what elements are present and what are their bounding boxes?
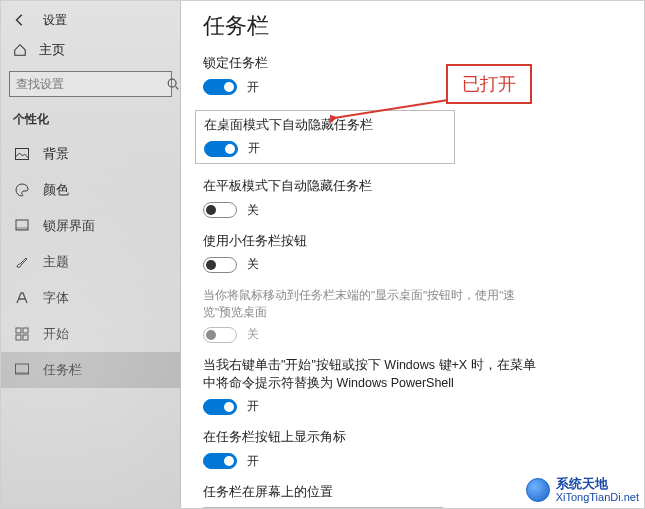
setting-label: 在桌面模式下自动隐藏任务栏 — [204, 117, 446, 135]
back-button[interactable]: 设置 — [1, 5, 180, 35]
setting-peek-desktop: 当你将鼠标移动到任务栏末端的"显示桌面"按钮时，使用"速览"预览桌面 关 — [203, 287, 622, 343]
category-header: 个性化 — [1, 107, 180, 136]
setting-autohide-desktop: 在桌面模式下自动隐藏任务栏 开 — [195, 110, 455, 165]
globe-icon — [526, 478, 550, 502]
toggle-state: 关 — [247, 256, 259, 273]
watermark-title: 系统天地 — [556, 477, 639, 491]
svg-rect-7 — [23, 335, 28, 340]
toggle-state: 开 — [247, 398, 259, 415]
font-icon — [13, 289, 31, 307]
image-icon — [13, 145, 31, 163]
toggle-lock-taskbar[interactable] — [203, 79, 237, 95]
sidebar-item-fonts[interactable]: 字体 — [1, 280, 180, 316]
svg-rect-9 — [16, 372, 29, 374]
setting-lock-taskbar: 锁定任务栏 开 — [203, 55, 622, 96]
svg-rect-1 — [16, 149, 29, 160]
settings-sidebar: 设置 主页 个性化 背景 颜色 锁屏界面 主题 — [1, 1, 181, 508]
annotation-callout: 已打开 — [446, 64, 532, 104]
toggle-badges[interactable] — [203, 453, 237, 469]
toggle-autohide-desktop[interactable] — [204, 141, 238, 157]
page-title: 任务栏 — [203, 11, 622, 41]
search-box[interactable] — [9, 71, 172, 97]
sidebar-item-themes[interactable]: 主题 — [1, 244, 180, 280]
watermark-url: XiTongTianDi.net — [556, 491, 639, 503]
lockscreen-icon — [13, 217, 31, 235]
setting-label: 当我右键单击"开始"按钮或按下 Windows 键+X 时，在菜单中将命令提示符… — [203, 357, 543, 392]
taskbar-icon — [13, 361, 31, 379]
toggle-peek-desktop — [203, 327, 237, 343]
sidebar-item-label: 字体 — [43, 289, 69, 307]
toggle-state: 关 — [247, 326, 259, 343]
svg-point-0 — [168, 79, 176, 87]
toggle-state: 开 — [248, 140, 260, 157]
brush-icon — [13, 253, 31, 271]
svg-rect-5 — [23, 328, 28, 333]
window-title: 设置 — [39, 12, 67, 29]
setting-powershell: 当我右键单击"开始"按钮或按下 Windows 键+X 时，在菜单中将命令提示符… — [203, 357, 622, 415]
toggle-powershell[interactable] — [203, 399, 237, 415]
palette-icon — [13, 181, 31, 199]
search-icon — [166, 77, 180, 91]
setting-label: 锁定任务栏 — [203, 55, 622, 73]
sidebar-item-label: 主题 — [43, 253, 69, 271]
arrow-left-icon — [11, 11, 29, 29]
svg-rect-3 — [16, 227, 28, 230]
sidebar-item-label: 开始 — [43, 325, 69, 343]
start-icon — [13, 325, 31, 343]
sidebar-item-lockscreen[interactable]: 锁屏界面 — [1, 208, 180, 244]
sidebar-item-background[interactable]: 背景 — [1, 136, 180, 172]
home-label: 主页 — [39, 41, 65, 59]
setting-label: 使用小任务栏按钮 — [203, 233, 622, 251]
toggle-autohide-tablet[interactable] — [203, 202, 237, 218]
home-row[interactable]: 主页 — [1, 35, 180, 65]
sidebar-item-taskbar[interactable]: 任务栏 — [1, 352, 180, 388]
toggle-state: 开 — [247, 79, 259, 96]
search-input[interactable] — [16, 77, 166, 91]
svg-rect-4 — [16, 328, 21, 333]
toggle-state: 开 — [247, 453, 259, 470]
watermark: 系统天地 XiTongTianDi.net — [526, 477, 639, 503]
sidebar-item-label: 颜色 — [43, 181, 69, 199]
setting-desc: 当你将鼠标移动到任务栏末端的"显示桌面"按钮时，使用"速览"预览桌面 — [203, 287, 533, 320]
toggle-state: 关 — [247, 202, 259, 219]
setting-label: 在平板模式下自动隐藏任务栏 — [203, 178, 622, 196]
settings-content: 任务栏 锁定任务栏 开 在桌面模式下自动隐藏任务栏 开 在平板模式下自动隐藏任务… — [181, 1, 644, 508]
svg-rect-6 — [16, 335, 21, 340]
setting-label: 在任务栏按钮上显示角标 — [203, 429, 622, 447]
sidebar-item-colors[interactable]: 颜色 — [1, 172, 180, 208]
toggle-small-buttons[interactable] — [203, 257, 237, 273]
home-icon — [11, 41, 29, 59]
setting-small-buttons: 使用小任务栏按钮 关 — [203, 233, 622, 274]
sidebar-item-label: 锁屏界面 — [43, 217, 95, 235]
sidebar-item-label: 任务栏 — [43, 361, 82, 379]
select-taskbar-position[interactable]: 底部 ﹀ — [203, 507, 443, 508]
sidebar-item-label: 背景 — [43, 145, 69, 163]
sidebar-item-start[interactable]: 开始 — [1, 316, 180, 352]
setting-autohide-tablet: 在平板模式下自动隐藏任务栏 关 — [203, 178, 622, 219]
setting-badges: 在任务栏按钮上显示角标 开 — [203, 429, 622, 470]
